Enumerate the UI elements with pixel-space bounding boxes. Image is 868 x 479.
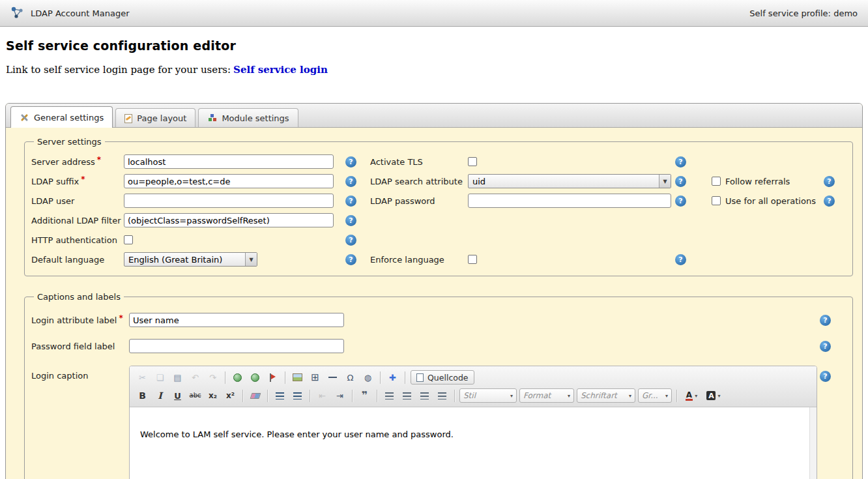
help-icon[interactable]: ? (345, 176, 356, 187)
help-icon[interactable]: ? (675, 156, 686, 167)
size-dropdown[interactable]: Gr...▾ (638, 388, 672, 403)
editor-scrollbar[interactable] (809, 407, 817, 479)
styles-dropdown[interactable]: Stil▾ (459, 388, 517, 403)
ldap-password-input[interactable] (468, 194, 671, 208)
editor-content[interactable]: Welcome to LAM self service. Please ente… (130, 407, 809, 479)
login-attribute-input[interactable] (129, 313, 344, 327)
help-icon[interactable]: ? (675, 176, 686, 187)
remove-format-button[interactable] (247, 388, 263, 403)
help-icon[interactable]: ? (345, 156, 356, 167)
eraser-icon (250, 393, 261, 399)
anchor-button[interactable] (265, 370, 281, 385)
paste-button[interactable]: ▤ (169, 370, 186, 385)
image-button[interactable] (289, 370, 306, 385)
special-char-button[interactable]: Ω (342, 370, 358, 385)
text-color-icon: A (686, 391, 693, 401)
self-service-login-link[interactable]: Self service login (233, 64, 328, 76)
text-color-button[interactable]: A▾ (681, 388, 702, 403)
follow-referrals-checkbox[interactable] (712, 177, 721, 186)
justify-button[interactable] (434, 388, 450, 403)
help-icon[interactable]: ? (820, 371, 831, 382)
required-marker: * (119, 313, 123, 323)
help-icon[interactable]: ? (820, 315, 831, 326)
ldap-password-label: LDAP password (370, 196, 435, 206)
decrease-indent-button[interactable]: ⇤ (314, 388, 330, 403)
link-button[interactable] (229, 370, 246, 385)
maximize-button[interactable]: ✚ (384, 370, 401, 385)
chevron-down-icon: ▾ (510, 393, 513, 399)
help-icon[interactable]: ? (345, 235, 356, 246)
profile-label: Self service profile: demo (749, 8, 858, 18)
ldap-search-attribute-select[interactable]: uid ▼ (468, 174, 671, 188)
enforce-language-checkbox[interactable] (468, 255, 477, 264)
iframe-button[interactable]: ◍ (360, 370, 376, 385)
strikethrough-button[interactable]: abc (187, 388, 203, 403)
app-title: LDAP Account Manager (31, 8, 130, 18)
help-icon[interactable]: ? (824, 196, 835, 207)
italic-button[interactable]: I (152, 388, 168, 403)
tab-page-layout[interactable]: Page layout (115, 108, 195, 127)
align-left-button[interactable] (381, 388, 398, 403)
numbered-list-button[interactable] (272, 388, 288, 403)
server-address-input[interactable] (124, 154, 334, 169)
copy-icon: ❏ (156, 373, 164, 382)
toolbar-separator (380, 371, 381, 384)
undo-button[interactable]: ↶ (187, 370, 203, 385)
select-dropdown-button[interactable]: ▼ (659, 175, 671, 188)
unlink-button[interactable] (247, 370, 263, 385)
format-dropdown-label: Format (523, 391, 566, 400)
help-icon[interactable]: ? (824, 176, 835, 187)
additional-ldap-filter-label: Additional LDAP filter (31, 216, 121, 225)
chevron-down-icon: ▾ (695, 393, 697, 399)
align-center-button[interactable] (399, 388, 415, 403)
horizontal-rule-button[interactable] (325, 370, 341, 385)
font-dropdown[interactable]: Schriftart▾ (577, 388, 635, 403)
use-all-operations-checkbox[interactable] (712, 196, 721, 205)
underline-icon: U (174, 392, 181, 400)
tab-general-settings[interactable]: General settings (10, 106, 113, 128)
align-right-button[interactable] (416, 388, 433, 403)
help-icon[interactable]: ? (675, 196, 686, 207)
superscript-button[interactable]: x² (222, 388, 239, 403)
help-icon[interactable]: ? (345, 254, 356, 265)
select-dropdown-button[interactable]: ▼ (245, 253, 257, 266)
help-icon[interactable]: ? (675, 254, 686, 265)
omega-icon: Ω (347, 373, 354, 382)
cut-button[interactable]: ✂ (134, 370, 151, 385)
bold-button[interactable]: B (134, 388, 151, 403)
increase-indent-icon: ⇥ (336, 392, 343, 400)
source-code-button[interactable]: Quellcode (411, 370, 474, 385)
copy-button[interactable]: ❏ (152, 370, 168, 385)
activate-tls-label: Activate TLS (370, 157, 423, 167)
toolbar-separator (267, 390, 268, 402)
background-color-button[interactable]: A▾ (703, 388, 724, 403)
captions-labels-fieldset: Captions and labels Login attribute labe… (24, 292, 853, 479)
ldap-suffix-input[interactable] (124, 174, 334, 188)
bulleted-list-icon (293, 392, 302, 399)
tab-module-settings[interactable]: Module settings (198, 108, 298, 127)
blockquote-button[interactable]: ❞ (356, 388, 373, 403)
help-icon[interactable]: ? (345, 196, 356, 207)
increase-indent-button[interactable]: ⇥ (332, 388, 348, 403)
help-icon[interactable]: ? (820, 341, 831, 352)
ldap-user-input[interactable] (124, 194, 334, 208)
captions-labels-legend: Captions and labels (34, 292, 124, 302)
subscript-button[interactable]: x₂ (205, 388, 221, 403)
help-icon[interactable]: ? (345, 215, 356, 226)
http-authentication-checkbox[interactable] (124, 235, 133, 244)
required-marker: * (81, 175, 85, 184)
lam-logo-icon (10, 6, 25, 20)
use-all-operations-label: Use for all operations (725, 196, 819, 206)
unlink-icon (251, 373, 259, 382)
default-language-select[interactable]: English (Great Britain) ▼ (124, 252, 257, 267)
activate-tls-checkbox[interactable] (468, 157, 477, 166)
redo-button[interactable]: ↷ (205, 370, 221, 385)
tab-module-settings-label: Module settings (222, 113, 289, 123)
link-icon (233, 373, 242, 382)
table-button[interactable]: ⊞ (307, 370, 323, 385)
additional-ldap-filter-input[interactable] (124, 213, 334, 227)
format-dropdown[interactable]: Format▾ (519, 388, 574, 403)
underline-button[interactable]: U (169, 388, 186, 403)
password-field-label-input[interactable] (129, 339, 344, 353)
bulleted-list-button[interactable] (289, 388, 306, 403)
